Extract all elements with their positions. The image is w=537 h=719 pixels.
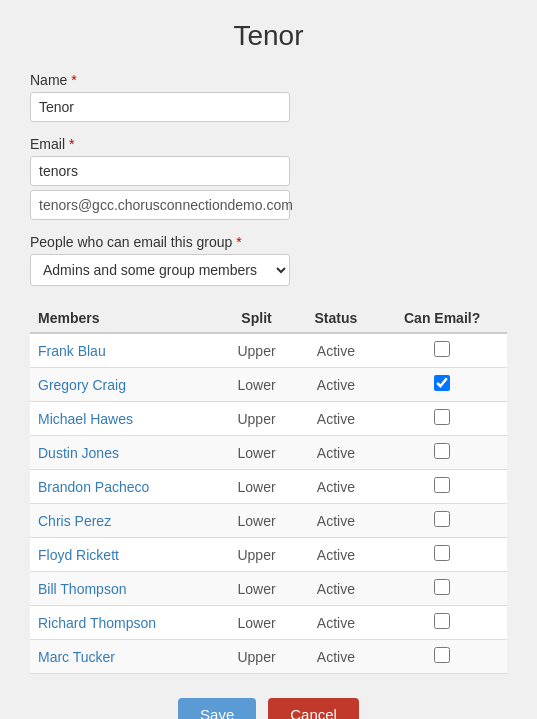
- email-label: Email *: [30, 136, 507, 152]
- page-title: Tenor: [30, 20, 507, 52]
- name-input[interactable]: [30, 92, 290, 122]
- email-required: *: [69, 136, 74, 152]
- member-split-cell: Lower: [218, 436, 294, 470]
- member-name-cell: Dustin Jones: [30, 436, 218, 470]
- member-email-cell: [377, 368, 507, 402]
- member-email-cell: [377, 606, 507, 640]
- table-row: Bill ThompsonLowerActive: [30, 572, 507, 606]
- button-row: Save Cancel: [30, 698, 507, 719]
- member-split-cell: Upper: [218, 538, 294, 572]
- col-header-email: Can Email?: [377, 304, 507, 333]
- member-name-link[interactable]: Chris Perez: [38, 513, 111, 529]
- table-row: Michael HawesUpperActive: [30, 402, 507, 436]
- page-container: Tenor Name * Email * tenors@gcc.chorusco…: [0, 0, 537, 719]
- member-name-link[interactable]: Dustin Jones: [38, 445, 119, 461]
- member-email-cell: [377, 538, 507, 572]
- member-name-cell: Richard Thompson: [30, 606, 218, 640]
- member-split-cell: Lower: [218, 606, 294, 640]
- member-can-email-checkbox[interactable]: [434, 511, 450, 527]
- member-can-email-checkbox[interactable]: [434, 613, 450, 629]
- save-button[interactable]: Save: [178, 698, 256, 719]
- member-split-cell: Lower: [218, 504, 294, 538]
- people-required: *: [236, 234, 241, 250]
- member-email-cell: [377, 572, 507, 606]
- people-select[interactable]: Admins and some group membersAdmins only…: [30, 254, 290, 286]
- member-status-cell: Active: [295, 470, 378, 504]
- member-can-email-checkbox[interactable]: [434, 477, 450, 493]
- member-name-cell: Brandon Pacheco: [30, 470, 218, 504]
- people-label: People who can email this group *: [30, 234, 507, 250]
- name-group: Name *: [30, 72, 507, 122]
- table-row: Floyd RickettUpperActive: [30, 538, 507, 572]
- table-header-row: Members Split Status Can Email?: [30, 304, 507, 333]
- table-row: Gregory CraigLowerActive: [30, 368, 507, 402]
- member-can-email-checkbox[interactable]: [434, 443, 450, 459]
- people-group: People who can email this group * Admins…: [30, 234, 507, 286]
- member-email-cell: [377, 402, 507, 436]
- member-status-cell: Active: [295, 606, 378, 640]
- member-name-link[interactable]: Richard Thompson: [38, 615, 156, 631]
- member-split-cell: Lower: [218, 470, 294, 504]
- email-full-display: tenors@gcc.chorusconnectiondemo.com: [30, 190, 290, 220]
- member-status-cell: Active: [295, 572, 378, 606]
- member-name-link[interactable]: Brandon Pacheco: [38, 479, 149, 495]
- member-name-link[interactable]: Frank Blau: [38, 343, 106, 359]
- member-status-cell: Active: [295, 368, 378, 402]
- members-tbody: Frank BlauUpperActiveGregory CraigLowerA…: [30, 333, 507, 674]
- member-email-cell: [377, 640, 507, 674]
- member-status-cell: Active: [295, 436, 378, 470]
- member-name-cell: Michael Hawes: [30, 402, 218, 436]
- member-email-cell: [377, 333, 507, 368]
- col-header-split: Split: [218, 304, 294, 333]
- member-name-cell: Gregory Craig: [30, 368, 218, 402]
- name-required: *: [71, 72, 76, 88]
- member-name-cell: Chris Perez: [30, 504, 218, 538]
- member-split-cell: Lower: [218, 572, 294, 606]
- email-username-input[interactable]: [30, 156, 290, 186]
- member-name-cell: Floyd Rickett: [30, 538, 218, 572]
- member-status-cell: Active: [295, 402, 378, 436]
- table-row: Chris PerezLowerActive: [30, 504, 507, 538]
- member-status-cell: Active: [295, 538, 378, 572]
- table-row: Frank BlauUpperActive: [30, 333, 507, 368]
- member-split-cell: Upper: [218, 640, 294, 674]
- member-can-email-checkbox[interactable]: [434, 375, 450, 391]
- member-status-cell: Active: [295, 504, 378, 538]
- member-split-cell: Upper: [218, 333, 294, 368]
- table-row: Dustin JonesLowerActive: [30, 436, 507, 470]
- member-name-cell: Frank Blau: [30, 333, 218, 368]
- cancel-button[interactable]: Cancel: [268, 698, 359, 719]
- table-row: Marc TuckerUpperActive: [30, 640, 507, 674]
- member-status-cell: Active: [295, 333, 378, 368]
- member-can-email-checkbox[interactable]: [434, 545, 450, 561]
- member-can-email-checkbox[interactable]: [434, 409, 450, 425]
- member-name-cell: Bill Thompson: [30, 572, 218, 606]
- members-table: Members Split Status Can Email? Frank Bl…: [30, 304, 507, 674]
- name-label: Name *: [30, 72, 507, 88]
- member-name-link[interactable]: Gregory Craig: [38, 377, 126, 393]
- table-row: Brandon PachecoLowerActive: [30, 470, 507, 504]
- member-status-cell: Active: [295, 640, 378, 674]
- member-split-cell: Lower: [218, 368, 294, 402]
- col-header-status: Status: [295, 304, 378, 333]
- member-can-email-checkbox[interactable]: [434, 647, 450, 663]
- member-name-cell: Marc Tucker: [30, 640, 218, 674]
- member-name-link[interactable]: Marc Tucker: [38, 649, 115, 665]
- member-can-email-checkbox[interactable]: [434, 579, 450, 595]
- members-section: Members Split Status Can Email? Frank Bl…: [30, 304, 507, 674]
- member-name-link[interactable]: Michael Hawes: [38, 411, 133, 427]
- member-name-link[interactable]: Bill Thompson: [38, 581, 126, 597]
- member-name-link[interactable]: Floyd Rickett: [38, 547, 119, 563]
- col-header-members: Members: [30, 304, 218, 333]
- table-row: Richard ThompsonLowerActive: [30, 606, 507, 640]
- member-email-cell: [377, 504, 507, 538]
- member-can-email-checkbox[interactable]: [434, 341, 450, 357]
- email-group: Email * tenors@gcc.chorusconnectiondemo.…: [30, 136, 507, 220]
- member-split-cell: Upper: [218, 402, 294, 436]
- member-email-cell: [377, 436, 507, 470]
- member-email-cell: [377, 470, 507, 504]
